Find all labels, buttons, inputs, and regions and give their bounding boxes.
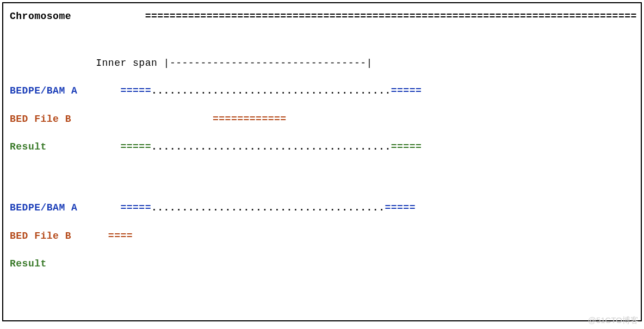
bedpe-a-label-2: BEDPE/BAM A [10, 202, 77, 213]
result-right-end-1: ===== [391, 141, 422, 152]
bed-b-label: BED File B [10, 114, 71, 125]
bedpe-a-left-end-2: ===== [120, 202, 151, 213]
bedpe-a-dots-2: ...................................... [151, 202, 385, 213]
inner-span-row: Inner span |----------------------------… [10, 58, 634, 70]
bed-b-bar-1: ============ [213, 114, 287, 125]
bed-b-label-2: BED File B [10, 231, 71, 241]
result-dots-1: ....................................... [151, 141, 391, 152]
inner-span-label: Inner span [96, 58, 157, 69]
bedpe-a-right-end: ===== [391, 85, 422, 96]
chromosome-label: Chromosome [10, 11, 71, 22]
bedpe-a-right-end-2: ===== [385, 202, 416, 213]
result-row-2: Result [10, 258, 634, 270]
bed-b-bar-2: ==== [108, 231, 133, 241]
bedpe-a-dots: ....................................... [151, 85, 391, 96]
bed-b-row-2: BED File B ==== [10, 231, 634, 243]
result-label-2: Result [10, 258, 47, 269]
chromosome-row: Chromosome =============================… [10, 11, 634, 23]
result-left-end-1: ===== [120, 141, 151, 152]
inner-span-bar: |--------------------------------| [164, 58, 373, 69]
result-label: Result [10, 141, 47, 152]
bedpe-a-row-1: BEDPE/BAM A =====.......................… [10, 85, 634, 97]
bedpe-a-left-end: ===== [120, 85, 151, 96]
bed-b-row-1: BED File B ============ [10, 114, 634, 126]
diagram-container: Chromosome =============================… [2, 2, 642, 321]
result-row-1: Result =====............................… [10, 141, 634, 153]
watermark: @51CTO博客 [588, 315, 639, 326]
chromosome-bar: ========================================… [145, 11, 637, 22]
bedpe-a-row-2: BEDPE/BAM A =====.......................… [10, 202, 634, 214]
bedpe-a-label: BEDPE/BAM A [10, 85, 77, 96]
